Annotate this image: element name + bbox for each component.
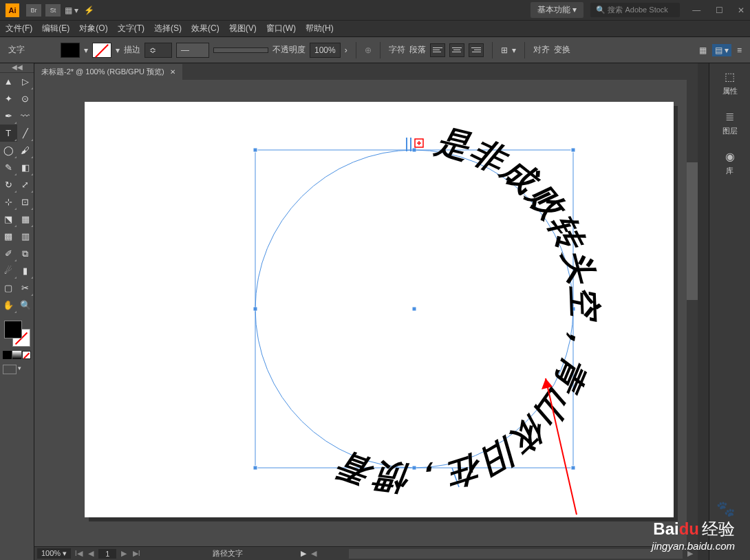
menu-view[interactable]: 视图(V) [229,23,257,34]
page-field[interactable]: 1 [98,549,116,559]
free-transform-tool[interactable]: ⊡ [17,193,34,211]
scroll-right-icon[interactable]: ▶ [685,549,695,558]
align-center-button[interactable] [449,43,464,57]
curvature-tool[interactable]: 〰 [17,107,34,125]
menu-object[interactable]: 对象(O) [79,23,107,34]
transform-link[interactable]: 变换 [554,44,570,56]
arrange-documents-icon[interactable]: ▦ ▾ [65,6,78,15]
gpu-icon[interactable]: ⚡ [84,6,94,15]
menu-select[interactable]: 选择(S) [154,23,182,34]
perspective-tool[interactable]: ▦ [17,211,34,228]
first-page-icon[interactable]: I◀ [74,549,83,558]
fill-swatch[interactable] [61,43,80,58]
fill-stroke-indicator[interactable] [4,321,30,347]
workspace-switcher[interactable]: 基本功能 ▾ [531,2,583,18]
close-button[interactable]: ✕ [738,6,744,15]
libraries-panel-button[interactable]: ◉ 库 [709,143,750,183]
blend-tool[interactable]: ⧉ [17,245,34,262]
gradient-tool[interactable]: ▥ [17,228,34,245]
last-page-icon[interactable]: ▶I [131,549,141,558]
shaper-tool[interactable]: ✎ [0,159,17,176]
symbol-sprayer-tool[interactable]: ☄ [0,262,17,279]
column-graph-tool[interactable]: ▮ [17,262,34,279]
none-mode-icon[interactable] [22,351,31,359]
stroke-swatch[interactable] [92,43,111,58]
gradient-mode-icon[interactable] [12,351,21,359]
opacity-field[interactable]: 100% [310,43,341,58]
slice-tool[interactable]: ✂ [17,279,34,297]
character-link[interactable]: 字符 [389,44,405,56]
zoom-field[interactable]: 100% ▾ [37,548,71,559]
align-right-button[interactable] [469,43,484,57]
stock-icon[interactable]: St [45,4,61,17]
align-link[interactable]: 对齐 [533,44,550,56]
horizontal-scrollbar[interactable] [349,549,683,559]
panel-collapse[interactable] [698,63,709,560]
search-stock-input[interactable]: 🔍 搜索 Adobe Stock [590,3,680,17]
warp-icon[interactable]: ⊞ [501,45,508,55]
prev-page-icon[interactable]: ◀ [86,549,96,558]
width-tool[interactable]: ⊹ [0,193,17,211]
fill-indicator[interactable] [4,321,22,338]
tab-close-icon[interactable]: ✕ [170,68,175,76]
stroke-weight-field[interactable]: ≎ [144,43,172,58]
paintbrush-tool[interactable]: 🖌 [17,142,34,159]
lasso-tool[interactable]: ⊙ [17,90,34,107]
bridge-icon[interactable]: Br [26,4,41,17]
next-page-icon[interactable]: ▶ [119,549,129,558]
line-tool[interactable]: ╱ [17,125,34,142]
menu-type[interactable]: 文字(T) [118,23,144,34]
toolbox-collapse[interactable]: ◀◀ [0,63,34,73]
menu-help[interactable]: 帮助(H) [306,23,334,34]
eyedropper-tool[interactable]: ✐ [0,245,17,262]
eraser-tool[interactable]: ◧ [17,159,34,176]
menu-window[interactable]: 窗口(W) [266,23,296,34]
path-text[interactable]: 是非成败转头空，青山依旧在，惯看 [332,121,603,498]
menu-file[interactable]: 文件(F) [6,23,32,34]
fill-dropdown-icon[interactable]: ▾ [84,45,88,55]
magic-wand-tool[interactable]: ✦ [0,90,17,107]
align-left-button[interactable] [430,43,445,57]
scroll-left-icon[interactable]: ◀ [309,549,319,558]
screen-mode-dropdown[interactable]: ▾ [18,365,25,374]
minimize-button[interactable]: — [692,6,700,15]
status-dropdown-icon[interactable]: ▶ [301,549,306,558]
type-on-path-object[interactable]: 是非成败转头空，青山依旧在，惯看 [255,150,573,468]
pen-tool[interactable]: ✒ [0,107,17,125]
opacity-arrow-icon[interactable]: › [345,45,347,55]
warp-dropdown-icon[interactable]: ▾ [512,45,516,55]
shape-builder-tool[interactable]: ⬔ [0,211,17,228]
more-icon[interactable]: ≡ [737,45,742,55]
svg-rect-6 [253,466,257,470]
hand-tool[interactable]: ✋ [0,297,17,314]
mesh-tool[interactable]: ▩ [0,228,17,245]
recolor-icon[interactable]: ⊕ [365,45,372,55]
stroke-profile[interactable]: — [176,43,209,58]
isolate-icon[interactable]: ▦ [699,45,707,55]
menu-effect[interactable]: 效果(C) [191,23,219,34]
direct-selection-tool[interactable]: ▷ [17,73,34,90]
selection-tool[interactable]: ▲ [0,73,17,90]
maximize-button[interactable]: ☐ [716,6,723,15]
artboard-tool[interactable]: ▢ [0,279,17,297]
canvas[interactable]: 是非成败转头空，青山依旧在，惯看 [34,80,698,546]
color-mode-icon[interactable] [3,351,12,359]
artboard[interactable]: 是非成败转头空，青山依旧在，惯看 [85,102,674,517]
align-panel-icon[interactable]: ▤ ▾ [712,44,731,56]
layers-panel-button[interactable]: ≣ 图层 [709,103,750,143]
scale-tool[interactable]: ⤢ [17,176,34,193]
screen-mode-icon[interactable] [3,365,17,374]
menu-edit[interactable]: 编辑(E) [42,23,69,34]
zoom-tool[interactable]: 🔍 [17,297,34,314]
vertical-scrollbar[interactable] [687,80,698,546]
ellipse-tool[interactable]: ◯ [0,142,17,159]
rotate-tool[interactable]: ↻ [0,176,17,193]
app-icon: Ai [6,3,19,17]
brush-def[interactable] [213,47,268,53]
stroke-dropdown-icon[interactable]: ▾ [116,45,120,55]
paragraph-link[interactable]: 段落 [409,44,426,56]
properties-panel-button[interactable]: ⬚ 属性 [709,63,750,103]
type-tool[interactable]: T [0,125,17,142]
document-tabs: 未标题-2* @ 100% (RGB/GPU 预览) ✕ [34,63,698,80]
document-tab[interactable]: 未标题-2* @ 100% (RGB/GPU 预览) ✕ [34,64,182,80]
